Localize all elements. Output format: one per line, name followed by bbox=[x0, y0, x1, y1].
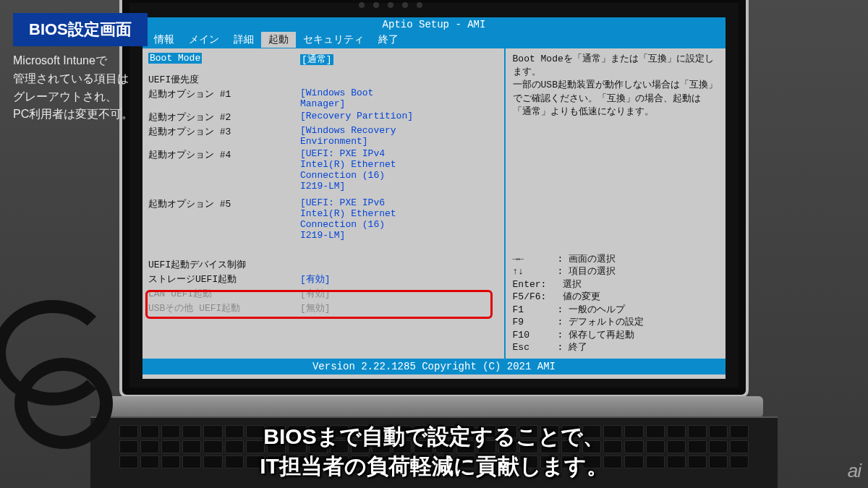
setting-boot-mode[interactable]: Boot Mode [通常] bbox=[148, 53, 498, 66]
setting-row[interactable]: UEFI優先度 bbox=[148, 73, 498, 86]
bios-settings-panel: Boot Mode [通常] UEFI優先度 起動オプション #1 [Windo… bbox=[142, 48, 506, 359]
device-control-header: UEFI起動デバイス制御 bbox=[148, 258, 498, 271]
overlay-title: BIOS設定画面 bbox=[13, 13, 148, 46]
bios-footer: Version 2.22.1285 Copyright (C) 2021 AMI bbox=[142, 359, 726, 374]
setting-row-locked: USBその他 UEFI起動 [無効] bbox=[148, 301, 498, 314]
setting-row[interactable]: 起動オプション #1 [Windows Boot Manager] bbox=[148, 87, 498, 109]
laptop-hinge bbox=[105, 396, 763, 418]
setting-row[interactable]: 起動オプション #3 [Windows Recovery Environment… bbox=[148, 125, 498, 147]
watermark: ai bbox=[848, 460, 861, 482]
overlay-description: Microsoft Intuneで 管理されている項目は グレーアウトされ、 P… bbox=[13, 52, 133, 124]
tab-security[interactable]: セキュリティ bbox=[296, 32, 371, 48]
tab-boot[interactable]: 起動 bbox=[261, 32, 296, 48]
setting-row-locked: LAN UEFI起動 [有効] bbox=[148, 287, 498, 300]
setting-row[interactable]: 起動オプション #2 [Recovery Partition] bbox=[148, 111, 498, 124]
tab-main[interactable]: メイン bbox=[182, 32, 226, 48]
setting-row[interactable]: ストレージUEFI起動 [有効] bbox=[148, 273, 498, 286]
key-help: →←: 画面の選択 ↑↓: 項目の選択 Enter: 選択 F5/F6: 値の変… bbox=[513, 253, 718, 354]
boot-mode-value: [通常] bbox=[300, 54, 333, 65]
screen-bezel: Aptio Setup - AMI 情報 メイン 詳細 起動 セキュリティ 終了… bbox=[119, 0, 749, 398]
setting-row[interactable]: 起動オプション #5 [UEFI: PXE IPv6 Intel(R) Ethe… bbox=[148, 197, 498, 241]
power-cable bbox=[0, 271, 123, 445]
bios-menubar: 情報 メイン 詳細 起動 セキュリティ 終了 bbox=[142, 32, 726, 48]
tab-advanced[interactable]: 詳細 bbox=[226, 32, 261, 48]
camera-bar bbox=[354, 0, 514, 10]
laptop: Aptio Setup - AMI 情報 メイン 詳細 起動 セキュリティ 終了… bbox=[119, 0, 749, 488]
boot-mode-label: Boot Mode bbox=[148, 53, 202, 64]
tab-info[interactable]: 情報 bbox=[147, 32, 182, 48]
subtitle-caption: BIOSまで自動で設定することで、 IT担当者の負荷軽減に貢献します。 bbox=[0, 422, 868, 481]
tab-exit[interactable]: 終了 bbox=[371, 32, 406, 48]
setting-row[interactable]: 起動オプション #4 [UEFI: PXE IPv4 Intel(R) Ethe… bbox=[148, 148, 498, 192]
bios-help-panel: Boot Modeを「通常」または「互換」に設定します。 一部のUSB起動装置が… bbox=[506, 48, 726, 359]
bios-screen: Aptio Setup - AMI 情報 メイン 詳細 起動 セキュリティ 終了… bbox=[142, 17, 726, 379]
help-text: Boot Modeを「通常」または「互換」に設定します。 一部のUSB起動装置が… bbox=[513, 53, 718, 253]
bios-title: Aptio Setup - AMI bbox=[142, 17, 726, 32]
